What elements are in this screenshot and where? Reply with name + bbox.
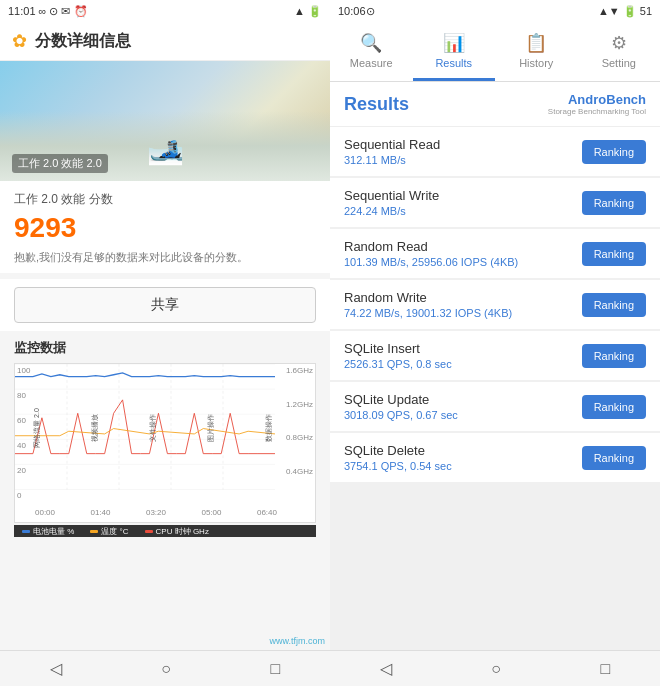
- status-icons: ∞ ⊙ ✉ ⏰: [39, 5, 88, 18]
- hero-label: 工作 2.0 效能 2.0: [12, 154, 108, 173]
- result-name-random-read: Random Read: [344, 239, 574, 254]
- result-name-sequential-write: Sequential Write: [344, 188, 574, 203]
- left-nav: ◁ ○ □: [0, 650, 330, 686]
- legend-bar: 电池电量 % 温度 °C CPU 时钟 GHz: [14, 525, 316, 537]
- back-button[interactable]: ◁: [34, 655, 78, 682]
- legend-battery: 电池电量 %: [22, 526, 74, 537]
- tab-setting-label: Setting: [602, 57, 636, 69]
- result-value-random-read: 101.39 MB/s, 25956.06 IOPS (4KB): [344, 256, 574, 268]
- recent-button[interactable]: □: [255, 656, 297, 682]
- result-name-sqlite-update: SQLite Update: [344, 392, 574, 407]
- right-home-button[interactable]: ○: [475, 656, 517, 682]
- tab-history-label: History: [519, 57, 553, 69]
- legend-dot-cpu: [145, 530, 153, 533]
- legend-dot-battery: [22, 530, 30, 533]
- result-info-sequential-write: Sequential Write 224.24 MB/s: [344, 188, 574, 217]
- score-section: 工作 2.0 效能 分数 9293 抱歉,我们没有足够的数据来对比此设备的分数。: [0, 181, 330, 273]
- monitor-title: 监控数据: [14, 339, 316, 357]
- share-btn-container: 共享: [0, 279, 330, 331]
- tab-measure[interactable]: 🔍 Measure: [330, 22, 413, 81]
- hero-image: 🎿 工作 2.0 效能 2.0: [0, 61, 330, 181]
- androbench-sub: Storage Benchmarking Tool: [548, 107, 646, 116]
- chart-svg: [15, 364, 275, 490]
- left-status-right: ▲ 🔋: [294, 5, 322, 18]
- history-icon: 📋: [525, 32, 547, 54]
- result-value-random-write: 74.22 MB/s, 19001.32 IOPS (4KB): [344, 307, 574, 319]
- result-info-sqlite-delete: SQLite Delete 3754.1 QPS, 0.54 sec: [344, 443, 574, 472]
- result-info-sqlite-insert: SQLite Insert 2526.31 QPS, 0.8 sec: [344, 341, 574, 370]
- result-random-write: Random Write 74.22 MB/s, 19001.32 IOPS (…: [330, 280, 660, 329]
- result-name-sqlite-delete: SQLite Delete: [344, 443, 574, 458]
- setting-icon: ⚙: [611, 32, 627, 54]
- right-back-button[interactable]: ◁: [364, 655, 408, 682]
- androbench-plain: Andro: [568, 92, 606, 107]
- score-note: 抱歉,我们没有足够的数据来对比此设备的分数。: [14, 250, 316, 265]
- result-sequential-write: Sequential Write 224.24 MB/s Ranking: [330, 178, 660, 227]
- result-random-read: Random Read 101.39 MB/s, 25956.06 IOPS (…: [330, 229, 660, 278]
- tab-results[interactable]: 📊 Results: [413, 22, 496, 81]
- androbench-name: AndroBench: [568, 92, 646, 107]
- score-icon: ✿: [12, 30, 27, 52]
- ranking-btn-sqlite-update[interactable]: Ranking: [582, 395, 646, 419]
- right-nav: ◁ ○ □: [330, 650, 660, 686]
- right-time: 10:06: [338, 5, 366, 17]
- result-name-random-write: Random Write: [344, 290, 574, 305]
- androbench-blue: Bench: [606, 92, 646, 107]
- result-sqlite-delete: SQLite Delete 3754.1 QPS, 0.54 sec Ranki…: [330, 433, 660, 482]
- left-header-title: 分数详细信息: [35, 31, 131, 52]
- left-status-bar: 11:01 ∞ ⊙ ✉ ⏰ ▲ 🔋: [0, 0, 330, 22]
- result-value-sqlite-insert: 2526.31 QPS, 0.8 sec: [344, 358, 574, 370]
- result-sqlite-update: SQLite Update 3018.09 QPS, 0.67 sec Rank…: [330, 382, 660, 431]
- right-status-icon: ⊙: [366, 5, 375, 18]
- right-panel: 10:06 ⊙ ▲▼ 🔋 51 🔍 Measure 📊 Results 📋 Hi…: [330, 0, 660, 686]
- result-value-sequential-read: 312.11 MB/s: [344, 154, 574, 166]
- results-header: Results AndroBench Storage Benchmarking …: [330, 82, 660, 127]
- result-value-sqlite-update: 3018.09 QPS, 0.67 sec: [344, 409, 574, 421]
- ranking-btn-sqlite-delete[interactable]: Ranking: [582, 446, 646, 470]
- ranking-btn-random-write[interactable]: Ranking: [582, 293, 646, 317]
- tab-results-label: Results: [435, 57, 472, 69]
- signal-icons: ▲ 🔋: [294, 5, 322, 17]
- y-axis-ghz-labels: 1.6GHz 1.2GHz 0.8GHz 0.4GHz: [277, 364, 315, 502]
- result-sequential-read: Sequential Read 312.11 MB/s Ranking: [330, 127, 660, 176]
- left-header: ✿ 分数详细信息: [0, 22, 330, 61]
- result-sqlite-insert: SQLite Insert 2526.31 QPS, 0.8 sec Ranki…: [330, 331, 660, 380]
- results-icon: 📊: [443, 32, 465, 54]
- results-title: Results: [344, 94, 409, 115]
- legend-dot-temp: [90, 530, 98, 533]
- tab-setting[interactable]: ⚙ Setting: [578, 22, 661, 81]
- monitor-section: 监控数据: [0, 331, 330, 541]
- measure-icon: 🔍: [360, 32, 382, 54]
- hero-skier: 🎿: [147, 131, 184, 166]
- right-status-right: ▲▼ 🔋 51: [598, 5, 652, 18]
- chart-area: 100 80 60 40 20 0 1.6GHz 1.2GHz 0.8GHz 0…: [14, 363, 316, 523]
- result-name-sqlite-insert: SQLite Insert: [344, 341, 574, 356]
- left-status-time: 11:01 ∞ ⊙ ✉ ⏰: [8, 5, 88, 18]
- result-info-random-write: Random Write 74.22 MB/s, 19001.32 IOPS (…: [344, 290, 574, 319]
- x-axis-labels: 00:00 01:40 03:20 05:00 06:40: [35, 502, 277, 522]
- androbench-logo: AndroBench Storage Benchmarking Tool: [548, 92, 646, 116]
- home-button[interactable]: ○: [145, 656, 187, 682]
- right-recent-button[interactable]: □: [585, 656, 627, 682]
- tab-history[interactable]: 📋 History: [495, 22, 578, 81]
- right-tab-bar: 🔍 Measure 📊 Results 📋 History ⚙ Setting: [330, 22, 660, 82]
- ranking-btn-sequential-write[interactable]: Ranking: [582, 191, 646, 215]
- ranking-btn-random-read[interactable]: Ranking: [582, 242, 646, 266]
- result-info-sqlite-update: SQLite Update 3018.09 QPS, 0.67 sec: [344, 392, 574, 421]
- legend-cpu: CPU 时钟 GHz: [145, 526, 209, 537]
- right-status-bar: 10:06 ⊙ ▲▼ 🔋 51: [330, 0, 660, 22]
- y-axis-labels: 100 80 60 40 20 0: [15, 364, 35, 502]
- results-list: Sequential Read 312.11 MB/s Ranking Sequ…: [330, 127, 660, 650]
- result-name-sequential-read: Sequential Read: [344, 137, 574, 152]
- result-value-sqlite-delete: 3754.1 QPS, 0.54 sec: [344, 460, 574, 472]
- left-panel: 11:01 ∞ ⊙ ✉ ⏰ ▲ 🔋 ✿ 分数详细信息 🎿 工作 2.0 效能 2…: [0, 0, 330, 686]
- ranking-btn-sequential-read[interactable]: Ranking: [582, 140, 646, 164]
- score-value: 9293: [14, 212, 76, 243]
- result-value-sequential-write: 224.24 MB/s: [344, 205, 574, 217]
- ranking-btn-sqlite-insert[interactable]: Ranking: [582, 344, 646, 368]
- legend-temp: 温度 °C: [90, 526, 128, 537]
- result-info-sequential-read: Sequential Read 312.11 MB/s: [344, 137, 574, 166]
- tab-measure-label: Measure: [350, 57, 393, 69]
- share-button[interactable]: 共享: [14, 287, 316, 323]
- score-label: 工作 2.0 效能 分数: [14, 191, 316, 208]
